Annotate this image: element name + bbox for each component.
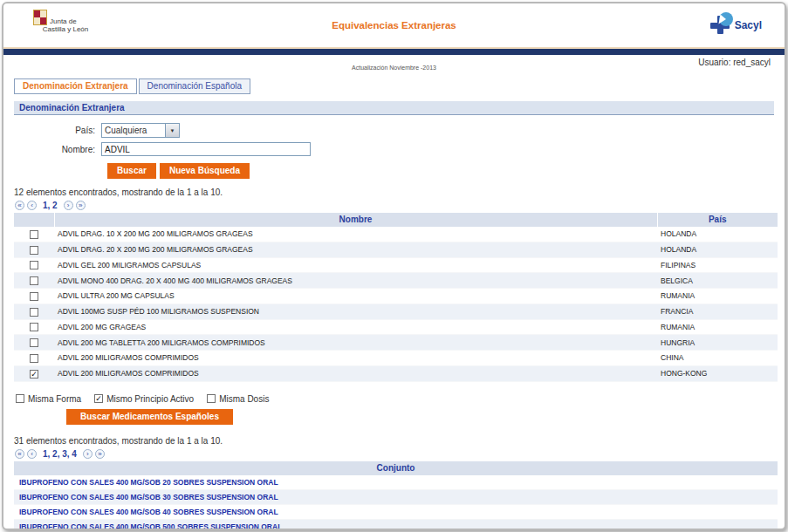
name-input[interactable] [101,142,311,156]
tab-denominacion-extranjera[interactable]: Denominación Extranjera [14,78,137,94]
last-page-icon[interactable]: » [76,201,86,210]
pais-cell: RUMANIA [657,319,778,335]
conjunto-link[interactable]: IBUPROFENO CON SALES 400 MG/SOB 500 SOBR… [19,522,282,531]
pais-cell: BELGICA [657,273,778,289]
table-row: ADVIL ULTRA 200 MG CAPSULASRUMANIA [14,289,778,304]
search-form: País: Cualquiera ▼ Nombre: Buscar Nueva … [3,115,785,179]
nombre-cell: ADVIL DRAG. 20 X 200 MG 200 MILIGRAMOS G… [54,242,657,257]
pais-cell: CHINA [657,351,778,366]
nombre-cell: ADVIL DRAG. 10 X 200 MG 200 MILIGRAMOS G… [54,227,657,242]
nombre-cell: ADVIL ULTRA 200 MG CAPSULAS [54,289,657,304]
table-row: IBUPROFENO CON SALES 400 MG/SOB 30 SOBRE… [14,489,778,504]
foreign-results-table: Nombre País ADVIL DRAG. 10 X 200 MG 200 … [14,213,778,382]
tab-bar: Denominación Extranjera Denominación Esp… [3,72,785,94]
conjunto-link[interactable]: IBUPROFENO CON SALES 400 MG/SOB 40 SOBRE… [19,508,278,516]
checkbox[interactable]: ✓ [30,370,38,379]
pais-cell: HONG-KONG [657,365,778,381]
table-row: ADVIL MONO 400 DRAG. 20 X 400 MG 400 MIL… [14,273,778,289]
search-button[interactable]: Buscar [107,163,156,179]
row-checkbox-cell [14,289,54,304]
table-row: ✓ADVIL 200 MILIGRAMOS COMPRIMIDOSHONG-KO… [14,365,778,381]
page-numbers[interactable]: 1, 2 [43,201,58,210]
next-page-icon[interactable]: › [64,201,73,210]
filter-label: Misma Forma [28,394,81,404]
conjunto-cell: IBUPROFENO CON SALES 400 MG/SOB 500 SOBR… [14,519,778,530]
checkbox[interactable] [30,292,38,301]
table-row: ADVIL 200 MG GRAGEASRUMANIA [14,319,778,335]
checkbox[interactable] [30,323,38,331]
filters: Misma Forma✓Mismo Principio ActivoMisma … [3,394,785,404]
update-note: Actualización Noviembre -2013 [3,65,785,72]
checkbox[interactable] [30,308,38,317]
spanish-results-summary: 31 elementos encontrados, mostrando de l… [3,436,785,446]
nombre-cell: ADVIL 200 MILIGRAMOS COMPRIMIDOS [54,365,657,381]
checkbox[interactable]: ✓ [94,394,103,403]
filter-misma-dosis[interactable]: Misma Dosis [207,394,269,404]
table-row: ADVIL 200 MG TABLETTA 200 MILIGRAMOS COM… [14,335,778,351]
checkbox[interactable] [30,230,38,239]
nombre-cell: ADVIL 200 MG GRAGEAS [54,319,657,335]
country-label: País: [14,126,101,135]
spanish-results-body: IBUPROFENO CON SALES 400 MG/SOB 20 SOBRE… [14,475,778,531]
table-header-row: Nombre País [14,213,778,227]
pais-cell: HOLANDA [657,242,778,257]
checkbox[interactable] [30,276,38,285]
conjunto-link[interactable]: IBUPROFENO CON SALES 400 MG/SOB 30 SOBRE… [19,493,278,501]
table-row: ADVIL 200 MILIGRAMOS COMPRIMIDOSCHINA [14,351,778,366]
table-header-row: Conjunto [14,461,778,475]
conjunto-link[interactable]: IBUPROFENO CON SALES 400 MG/SOB 20 SOBRE… [19,478,278,487]
checkbox[interactable] [207,394,216,403]
pais-cell: HOLANDA [657,227,778,242]
table-row: ADVIL DRAG. 20 X 200 MG 200 MILIGRAMOS G… [14,242,778,257]
app-window: Junta de Castilla y León Equivalencias E… [2,2,786,530]
table-row: ADVIL GEL 200 MILIGRAMOS CAPSULASFILIPIN… [14,257,778,273]
filter-label: Misma Dosis [219,394,269,404]
conjunto-cell: IBUPROFENO CON SALES 400 MG/SOB 40 SOBRE… [14,504,778,519]
pais-cell: HUNGRIA [657,335,778,351]
sacyl-logo: Sacyl [709,11,762,38]
conjunto-cell: IBUPROFENO CON SALES 400 MG/SOB 20 SOBRE… [14,475,778,490]
nombre-column-header: Nombre [54,213,657,227]
row-checkbox-cell [14,242,54,257]
checkbox[interactable] [16,394,24,403]
row-checkbox-cell [14,335,54,351]
next-page-icon[interactable]: › [83,449,93,459]
table-row: IBUPROFENO CON SALES 400 MG/SOB 40 SOBRE… [14,504,778,519]
checkbox[interactable] [30,354,38,363]
first-page-icon[interactable]: « [15,201,24,210]
row-checkbox-cell [14,257,54,273]
foreign-results-summary: 12 elementos encontrados, mostrando de l… [3,188,785,197]
conjunto-cell: IBUPROFENO CON SALES 400 MG/SOB 30 SOBRE… [14,489,778,504]
sacyl-cross-icon [709,11,734,38]
search-spanish-medicines-button[interactable]: Buscar Medicamentos Españoles [66,409,233,425]
page-title: Equivalencias Extranjeras [3,20,785,31]
checkbox[interactable] [30,246,38,255]
tab-denominacion-espanola[interactable]: Denominación Española [139,78,250,94]
prev-page-icon[interactable]: ‹ [27,449,37,459]
new-search-button[interactable]: Nueva Búsqueda [160,163,250,179]
nombre-cell: ADVIL MONO 400 DRAG. 20 X 400 MG 400 MIL… [54,273,657,289]
checkbox[interactable] [30,338,38,347]
chevron-down-icon[interactable]: ▼ [165,124,179,137]
country-select[interactable]: Cualquiera ▼ [101,123,180,138]
checkbox[interactable] [30,261,38,269]
prev-page-icon[interactable]: ‹ [27,201,37,210]
filter-misma-forma[interactable]: Misma Forma [16,394,81,404]
nombre-cell: ADVIL 100MG SUSP PÉD 100 MILIGRAMOS SUSP… [54,304,657,319]
row-checkbox-cell [14,319,54,335]
page-numbers[interactable]: 1, 2, 3, 4 [43,449,77,459]
section-header: Denominación Extranjera [14,101,774,115]
last-page-icon[interactable]: » [95,449,105,459]
pais-cell: FILIPINAS [657,257,778,273]
row-checkbox-cell [14,351,54,366]
filter-mismo-principio-activo[interactable]: ✓Mismo Principio Activo [94,394,194,404]
pais-cell: FRANCIA [657,304,778,319]
header-divider-bar [3,47,785,55]
table-row: ADVIL DRAG. 10 X 200 MG 200 MILIGRAMOS G… [14,227,778,242]
row-checkbox-cell: ✓ [14,365,54,381]
header: Junta de Castilla y León Equivalencias E… [3,3,785,47]
pais-cell: RUMANIA [657,289,778,304]
foreign-results-pagination: « ‹ 1, 2 › » [3,201,785,210]
row-checkbox-cell [14,273,54,289]
first-page-icon[interactable]: « [15,449,24,459]
